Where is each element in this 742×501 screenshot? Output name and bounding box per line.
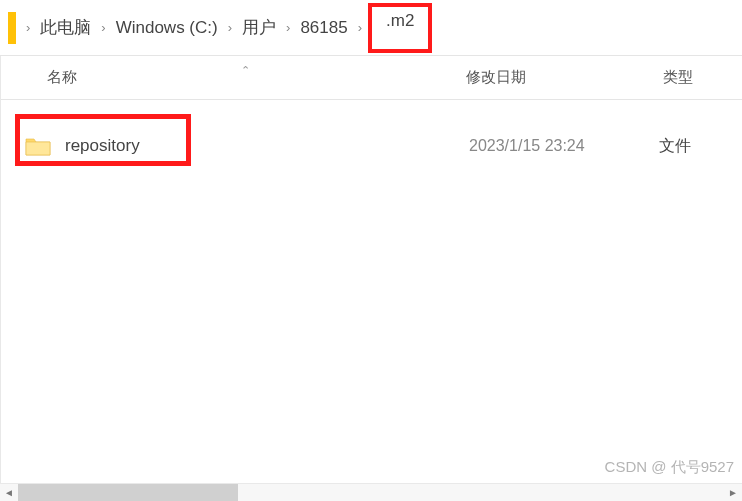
chevron-right-icon[interactable]: › xyxy=(101,20,105,35)
breadcrumb-item-drive[interactable]: Windows (C:) xyxy=(112,16,222,40)
chevron-right-icon[interactable]: › xyxy=(286,20,290,35)
content-pane: 名称 ⌃ 修改日期 类型 repository 2023/1/15 23:24 … xyxy=(0,56,742,483)
breadcrumb[interactable]: › 此电脑 › Windows (C:) › 用户 › 86185 › .m2 xyxy=(0,0,742,56)
chevron-right-icon[interactable]: › xyxy=(228,20,232,35)
horizontal-scrollbar[interactable]: ◄ ► xyxy=(0,483,742,501)
column-name-header[interactable]: 名称 xyxy=(1,68,446,87)
file-type: 文件 xyxy=(645,136,691,157)
breadcrumb-edge xyxy=(8,12,16,44)
scrollbar-thumb[interactable] xyxy=(18,484,238,502)
column-type-header[interactable]: 类型 xyxy=(663,68,742,87)
breadcrumb-item-user[interactable]: 86185 xyxy=(296,16,351,40)
chevron-right-icon[interactable]: › xyxy=(358,20,362,35)
scroll-right-icon[interactable]: ► xyxy=(724,484,742,502)
breadcrumb-item-m2[interactable]: .m2 xyxy=(382,9,418,32)
sort-ascending-icon: ⌃ xyxy=(241,64,250,77)
column-modified-header[interactable]: 修改日期 xyxy=(446,68,663,87)
chevron-right-icon[interactable]: › xyxy=(26,20,30,35)
columns-header: 名称 ⌃ 修改日期 类型 xyxy=(1,56,742,100)
file-name: repository xyxy=(65,136,425,156)
scroll-left-icon[interactable]: ◄ xyxy=(0,484,18,502)
file-list: repository 2023/1/15 23:24 文件 xyxy=(1,100,742,176)
breadcrumb-item-pc[interactable]: 此电脑 xyxy=(36,14,95,41)
file-modified-date: 2023/1/15 23:24 xyxy=(425,137,645,155)
scrollbar-track[interactable] xyxy=(18,484,724,502)
highlight-annotation: .m2 xyxy=(368,3,432,53)
breadcrumb-item-users[interactable]: 用户 xyxy=(238,14,280,41)
file-row[interactable]: repository 2023/1/15 23:24 文件 xyxy=(1,116,742,176)
watermark: CSDN @ 代号9527 xyxy=(605,458,734,477)
folder-icon xyxy=(25,136,51,156)
